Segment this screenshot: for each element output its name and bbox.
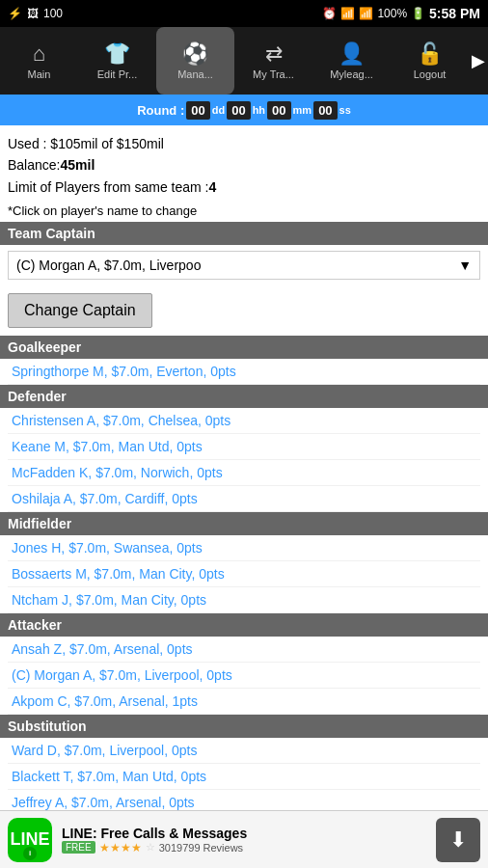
- change-captain-button[interactable]: Change Captain: [8, 293, 152, 328]
- ad-download-button[interactable]: ⬇: [436, 818, 480, 862]
- player-item[interactable]: Bossaerts M, $7.0m, Man City, 0pts: [8, 561, 480, 587]
- round-mm-unit: mm: [293, 104, 312, 116]
- ball-icon: ⚽: [182, 41, 208, 67]
- nav-manage[interactable]: ⚽ Mana...: [156, 27, 234, 95]
- nav-logout-label: Logout: [414, 68, 447, 80]
- ad-free-label: FREE: [62, 841, 95, 854]
- download-icon: ⬇: [449, 827, 467, 853]
- budget-used: Used : $105mil of $150mil: [8, 133, 480, 154]
- notification-count: 100: [43, 7, 63, 20]
- nav-edit-profile[interactable]: 👕 Edit Pr...: [78, 27, 156, 95]
- round-ss-unit: ss: [339, 104, 351, 116]
- balance-value: 45mil: [60, 157, 95, 173]
- ad-banner[interactable]: LINE i LINE: Free Calls & Messages FREE …: [0, 810, 488, 868]
- ad-app-icon: LINE i: [8, 818, 52, 862]
- nav-scroll-right[interactable]: ▶: [469, 50, 488, 71]
- round-label: Round :: [137, 103, 184, 118]
- wifi-icon: 📶: [340, 7, 355, 20]
- ad-info-badge: i: [23, 847, 37, 860]
- status-time: 5:58 PM: [429, 6, 480, 21]
- section-header-midfielder: Midfielder: [0, 512, 488, 535]
- ad-title: LINE: Free Calls & Messages: [62, 826, 436, 841]
- signal-icon: 📶: [359, 7, 373, 20]
- status-bar: ⚡ 🖼 100 ⏰ 📶 📶 100% 🔋 5:58 PM: [0, 0, 488, 27]
- player-item[interactable]: (C) Morgan A, $7.0m, Liverpool, 0pts: [8, 663, 480, 689]
- round-ss-value: 00: [313, 101, 337, 120]
- player-item[interactable]: Ansah Z, $7.0m, Arsenal, 0pts: [8, 637, 480, 663]
- nav-main-label: Main: [28, 68, 51, 80]
- player-item[interactable]: Jones H, $7.0m, Swansea, 0pts: [8, 535, 480, 561]
- ad-reviews: 3019799 Reviews: [159, 842, 243, 854]
- section-header-defender: Defender: [0, 385, 488, 408]
- image-icon: 🖼: [27, 7, 39, 20]
- nav-my-transfers[interactable]: ⇄ My Tra...: [234, 27, 312, 95]
- ad-subtitle: FREE ★★★★ ☆ 3019799 Reviews: [62, 841, 436, 854]
- nav-bar: ⌂ Main 👕 Edit Pr... ⚽ Mana... ⇄ My Tra..…: [0, 27, 488, 95]
- alarm-icon: ⏰: [322, 7, 337, 20]
- main-content: Used : $105mil of $150mil Balance:45mil …: [0, 125, 488, 810]
- limit-text: Limit of Players from same team :: [8, 179, 209, 195]
- nav-logout[interactable]: 🔓 Logout: [391, 27, 469, 95]
- player-item[interactable]: Ntcham J, $7.0m, Man City, 0pts: [8, 587, 480, 613]
- usb-icon: ⚡: [8, 7, 22, 20]
- nav-my-league[interactable]: 👤 Myleag...: [312, 27, 391, 95]
- nav-manage-label: Mana...: [177, 68, 213, 80]
- round-hh-value: 00: [227, 101, 250, 120]
- round-dd-value: 00: [186, 101, 209, 120]
- click-hint: *Click on player's name to change: [8, 203, 480, 218]
- transfer-icon: ⇄: [265, 41, 283, 67]
- round-bar: Round : 00 dd 00 hh 00 mm 00 ss: [0, 95, 488, 125]
- player-item[interactable]: Springthorpe M, $7.0m, Everton, 0pts: [8, 359, 480, 385]
- dropdown-arrow-icon: ▼: [458, 258, 472, 273]
- section-header-attacker: Attacker: [0, 613, 488, 637]
- battery-icon: 🔋: [411, 7, 425, 20]
- player-limit: Limit of Players from same team :4: [8, 176, 480, 198]
- ad-info-text: LINE: Free Calls & Messages FREE ★★★★ ☆ …: [62, 826, 436, 854]
- player-item[interactable]: Akpom C, $7.0m, Arsenal, 1pts: [8, 689, 480, 715]
- round-hh-unit: hh: [253, 104, 265, 116]
- player-item[interactable]: Jeffrey A, $7.0m, Arsenal, 0pts: [8, 790, 480, 810]
- player-item[interactable]: McFadden K, $7.0m, Norwich, 0pts: [8, 460, 480, 486]
- budget-balance: Balance:45mil: [8, 154, 480, 176]
- round-dd-unit: dd: [212, 104, 225, 116]
- section-header-goalkeeper: Goalkeeper: [0, 336, 488, 359]
- player-item[interactable]: Blackett T, $7.0m, Man Utd, 0pts: [8, 764, 480, 790]
- nav-main[interactable]: ⌂ Main: [0, 27, 78, 95]
- ad-half-star: ☆: [146, 841, 155, 854]
- battery-percent: 100%: [377, 7, 407, 20]
- nav-league-label: Myleag...: [330, 68, 373, 80]
- budget-info: Used : $105mil of $150mil Balance:45mil …: [8, 133, 480, 198]
- home-icon: ⌂: [33, 41, 45, 67]
- logout-icon: 🔓: [417, 41, 443, 67]
- player-item[interactable]: Christensen A, $7.0m, Chelsea, 0pts: [8, 408, 480, 434]
- nav-edit-label: Edit Pr...: [97, 68, 138, 80]
- player-item[interactable]: Keane M, $7.0m, Man Utd, 0pts: [8, 434, 480, 460]
- section-header-substitution: Substitution: [0, 715, 488, 738]
- limit-value: 4: [209, 179, 217, 195]
- nav-transfers-label: My Tra...: [253, 68, 294, 80]
- status-left-icons: ⚡ 🖼 100: [8, 7, 63, 20]
- player-sections: GoalkeeperSpringthorpe M, $7.0m, Everton…: [8, 336, 480, 810]
- player-item[interactable]: Oshilaja A, $7.0m, Cardiff, 0pts: [8, 486, 480, 512]
- league-icon: 👤: [339, 41, 365, 67]
- player-item[interactable]: Ward D, $7.0m, Liverpool, 0pts: [8, 738, 480, 764]
- balance-label: Balance:: [8, 157, 60, 173]
- captain-section-header: Team Captain: [0, 222, 488, 245]
- shirt-icon: 👕: [104, 41, 130, 67]
- ad-stars: ★★★★: [99, 841, 142, 854]
- round-mm-value: 00: [267, 101, 290, 120]
- status-right-icons: ⏰ 📶 📶 100% 🔋 5:58 PM: [322, 6, 480, 21]
- captain-dropdown[interactable]: (C) Morgan A, $7.0m, Liverpoo ▼: [8, 251, 480, 280]
- captain-current-value: (C) Morgan A, $7.0m, Liverpoo: [16, 258, 458, 273]
